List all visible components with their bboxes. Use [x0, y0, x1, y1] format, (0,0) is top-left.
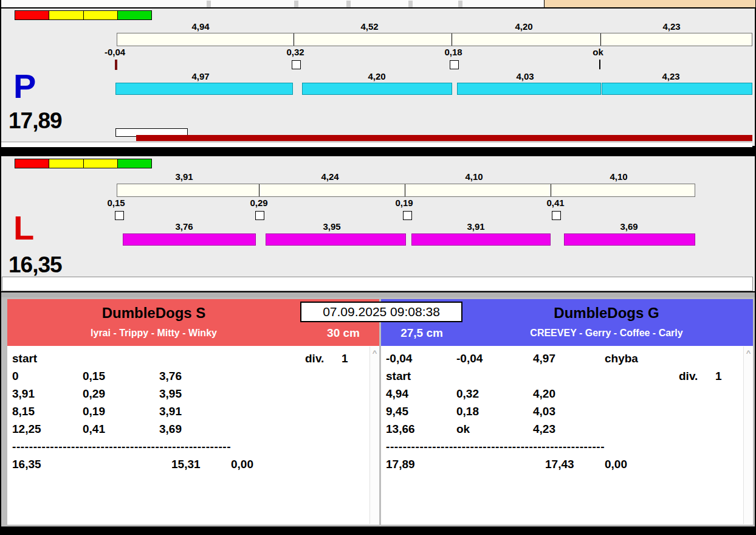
team-right-name: DumbleDogs G	[460, 305, 753, 322]
result-cell: 0,19	[83, 402, 105, 420]
result-cell: 0,00	[605, 455, 627, 473]
segment-time: 4,10	[582, 171, 655, 182]
result-cell: 0,18	[456, 402, 479, 420]
split-time: 4,23	[634, 71, 707, 81]
result-cell: 3,69	[159, 420, 182, 438]
result-cell: 0,32	[456, 385, 479, 402]
pass-delta-label: 0,41	[531, 198, 580, 208]
scroll-up-icon[interactable]: ^	[744, 349, 753, 357]
result-cell: 4,94	[386, 385, 408, 402]
result-row: 16,3515,310,00	[7, 455, 379, 473]
scroll-up-icon[interactable]: ^	[370, 349, 379, 357]
ruler-divider	[452, 33, 452, 46]
lane-panel-l: 3,91 4,24 4,10 4,10 0,15 0,29 0,19 0,41 …	[1, 155, 755, 292]
lane-letter: L	[13, 211, 34, 245]
result-cell: start	[12, 350, 37, 367]
scrollbar[interactable]: ^	[743, 347, 753, 524]
result-cell: 3,95	[159, 385, 182, 402]
split-time: 3,91	[439, 221, 512, 232]
result-cell: 4,03	[533, 402, 555, 420]
lane-footer-strip	[1, 142, 752, 147]
ui-fragment	[458, 1, 462, 7]
split-time: 3,95	[295, 221, 368, 232]
section-divider	[1, 292, 755, 297]
lane-total-time: 17,89	[9, 108, 62, 134]
split-time: 4,20	[340, 71, 413, 81]
pass-checkbox[interactable]	[292, 60, 301, 69]
result-row: -0,04-0,044,97chyba	[381, 350, 753, 367]
result-cell: 12,25	[12, 420, 41, 438]
result-cell: 15,31	[171, 455, 201, 473]
status-light-yellow-1	[49, 10, 83, 20]
result-row: 13,66ok4,23	[381, 420, 753, 438]
pass-checkbox[interactable]	[552, 211, 561, 220]
result-cell: 0	[12, 367, 19, 385]
result-cell: div.	[305, 350, 324, 367]
result-cell: 1	[715, 367, 722, 385]
pass-delta-label: ok	[574, 47, 622, 57]
status-light-red	[15, 10, 49, 20]
result-cell: 17,89	[386, 455, 415, 473]
segment-time: 4,52	[333, 21, 406, 32]
results-section: DumbleDogs S lyrai - Trippy - Mitty - Wi…	[1, 297, 755, 526]
lane-footer-strip	[2, 277, 753, 291]
ui-fragment	[408, 1, 413, 7]
team-left-result-lines: startdiv.100,153,763,910,293,958,150,193…	[7, 350, 379, 473]
segment-time: 3,91	[148, 171, 221, 182]
segment-time: 4,24	[294, 171, 366, 182]
result-row: 4,940,324,20	[381, 385, 753, 402]
result-cell: 0,41	[83, 420, 105, 438]
pass-delta-label: 0,32	[271, 47, 320, 57]
result-cell: 0,00	[231, 455, 253, 473]
result-cell: 0,29	[83, 385, 105, 402]
result-row: startdiv.1	[381, 367, 753, 385]
status-light-yellow-1	[49, 159, 83, 168]
result-row: 3,910,293,95	[7, 385, 379, 402]
split-time: 4,03	[489, 71, 562, 81]
status-light-green	[117, 10, 152, 20]
result-cell: chyba	[605, 350, 638, 367]
segment-time: 4,94	[164, 21, 237, 32]
split-bar	[123, 233, 256, 246]
result-cell: -0,04	[386, 350, 412, 367]
team-left-jump-height: 30 cm	[310, 326, 377, 340]
team-right-jump-height: 27,5 cm	[388, 326, 455, 340]
timestamp: 07.09.2025 09:08:38	[300, 302, 462, 322]
pass-checkbox[interactable]	[115, 211, 124, 220]
split-bar	[302, 83, 452, 95]
lane-total-time: 16,35	[9, 252, 62, 278]
pass-checkbox[interactable]	[403, 211, 412, 220]
scrollbar[interactable]: ^	[369, 347, 379, 524]
status-lights	[15, 159, 152, 168]
split-time: 4,97	[164, 71, 237, 81]
pass-checkbox[interactable]	[450, 60, 459, 69]
result-row: ----------------------------------------…	[381, 438, 753, 455]
elapsed-time-bar	[136, 135, 752, 141]
result-cell: 4,97	[533, 350, 555, 367]
result-cell: 8,15	[12, 402, 35, 420]
start-tick	[115, 60, 117, 70]
status-light-green	[117, 159, 152, 168]
ruler-divider	[600, 33, 601, 46]
inactive-tab-fragment	[544, 0, 755, 7]
result-cell: ----------------------------------------…	[12, 438, 231, 455]
team-right-result-lines: -0,04-0,044,97chybastartdiv.14,940,324,2…	[381, 350, 753, 473]
ruler-divider	[551, 184, 551, 196]
segment-time: 4,10	[438, 171, 510, 182]
lane-letter: P	[13, 69, 36, 103]
split-bar	[564, 233, 695, 246]
result-cell: 4,20	[533, 385, 555, 402]
pass-checkbox[interactable]	[255, 211, 264, 220]
ruler-divider	[294, 33, 294, 46]
window-edge-strip	[1, 0, 755, 7]
result-row: 8,150,193,91	[7, 402, 379, 420]
ui-fragment	[294, 1, 298, 7]
result-cell: 16,35	[12, 455, 41, 473]
team-left-name: DumbleDogs S	[7, 305, 300, 322]
split-bar	[457, 83, 601, 95]
status-light-yellow-2	[83, 159, 117, 168]
result-cell: 3,91	[159, 402, 182, 420]
result-cell: start	[386, 367, 411, 385]
result-row: startdiv.1	[7, 350, 379, 367]
result-cell: ok	[456, 420, 470, 438]
